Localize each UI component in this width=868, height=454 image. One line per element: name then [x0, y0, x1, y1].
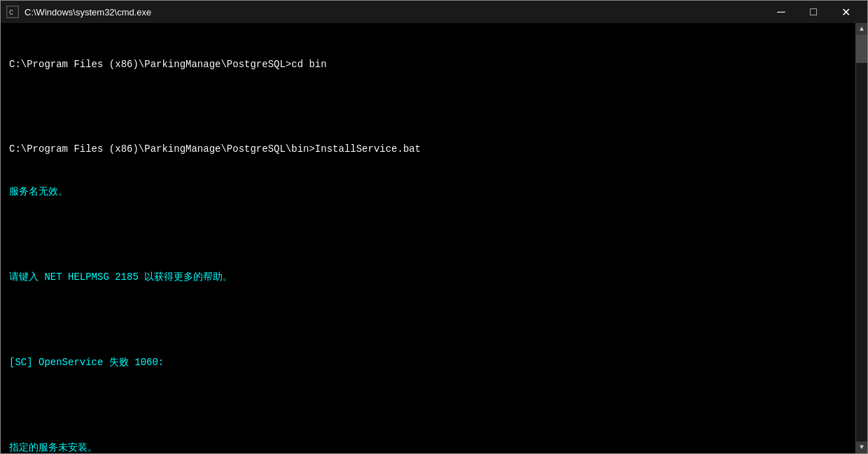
blank-1 [9, 99, 847, 113]
window-controls: ─ □ ✕ [765, 1, 862, 23]
content-area: C:\Program Files (x86)\ParkingManage\Pos… [1, 23, 867, 453]
line-6: 指定的服务未安装。 [9, 441, 847, 453]
line-2: C:\Program Files (x86)\ParkingManage\Pos… [9, 142, 847, 156]
close-button[interactable]: ✕ [830, 1, 862, 23]
terminal-output[interactable]: C:\Program Files (x86)\ParkingManage\Pos… [1, 23, 855, 453]
minimize-button[interactable]: ─ [765, 1, 797, 23]
blank-4 [9, 398, 847, 412]
scrollbar-track[interactable] [856, 35, 867, 441]
cmd-icon: C [6, 6, 19, 18]
maximize-button[interactable]: □ [797, 1, 830, 23]
blank-2 [9, 227, 847, 241]
svg-text:C: C [9, 9, 13, 17]
scroll-down-button[interactable]: ▼ [856, 441, 867, 453]
cmd-window: C C:\Windows\system32\cmd.exe ─ □ ✕ C:\P… [0, 0, 868, 454]
window-title: C:\Windows\system32\cmd.exe [24, 7, 765, 17]
line-4: 请键入 NET HELPMSG 2185 以获得更多的帮助。 [9, 270, 847, 284]
blank-3 [9, 313, 847, 327]
scrollbar[interactable]: ▲ ▼ [855, 23, 867, 453]
line-3: 服务名无效。 [9, 185, 847, 199]
scroll-up-button[interactable]: ▲ [856, 23, 867, 35]
titlebar: C C:\Windows\system32\cmd.exe ─ □ ✕ [1, 1, 867, 23]
line-5: [SC] OpenService 失败 1060: [9, 355, 847, 369]
line-1: C:\Program Files (x86)\ParkingManage\Pos… [9, 57, 847, 71]
scrollbar-thumb[interactable] [856, 35, 867, 63]
